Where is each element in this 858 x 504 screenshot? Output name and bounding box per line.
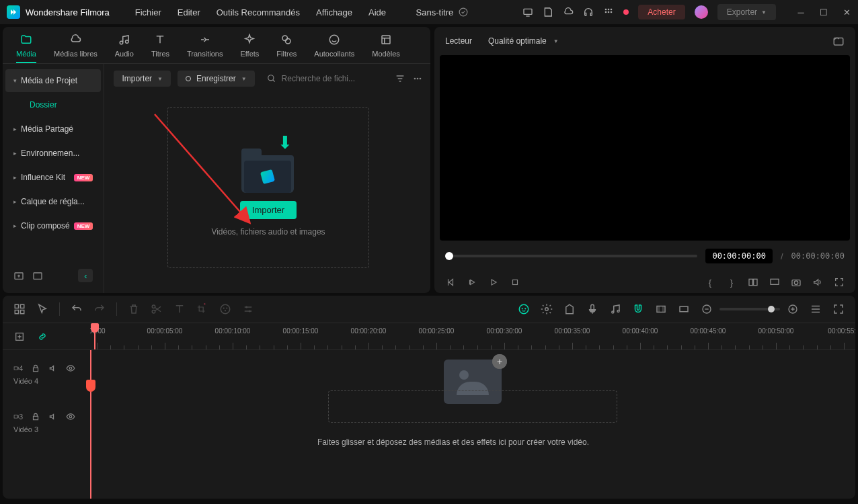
sidebar-item-folder[interactable]: Dossier — [5, 93, 101, 116]
video-track-icon[interactable]: 3 — [13, 412, 23, 421]
fullscreen-icon[interactable] — [834, 277, 845, 288]
maximize-button[interactable]: ☐ — [819, 7, 828, 17]
headphones-icon[interactable] — [583, 7, 594, 17]
zoom-slider[interactable] — [719, 308, 780, 310]
mute-icon[interactable] — [48, 364, 58, 373]
tab-titles[interactable]: Titres — [151, 34, 169, 63]
ai-icon[interactable] — [518, 303, 530, 315]
play-button[interactable] — [488, 277, 499, 288]
redo-icon[interactable] — [93, 303, 106, 315]
tab-filters[interactable]: Filtres — [276, 34, 297, 63]
more-icon[interactable] — [412, 73, 423, 84]
frame-icon[interactable] — [655, 303, 667, 315]
filter-sort-icon[interactable] — [395, 73, 405, 84]
bracket-close-icon[interactable]: } — [726, 277, 737, 288]
new-folder-icon[interactable] — [13, 270, 24, 281]
tab-stickers[interactable]: Autocollants — [314, 34, 354, 63]
device-icon[interactable] — [522, 7, 533, 17]
quality-dropdown[interactable]: Qualité optimale▼ — [488, 36, 559, 46]
sidebar-item-project-media[interactable]: ▾Média de Projet — [5, 69, 101, 92]
cloud-icon[interactable] — [563, 7, 574, 17]
menu-file[interactable]: Fichier — [135, 7, 161, 17]
player-canvas[interactable] — [440, 55, 850, 241]
sidebar-item-environment[interactable]: ▸Environnemen... — [5, 142, 101, 165]
tab-templates[interactable]: Modèles — [372, 34, 400, 63]
minimize-button[interactable]: ─ — [796, 7, 806, 17]
crop-icon[interactable]: ● — [196, 303, 208, 315]
playhead-grip[interactable] — [86, 380, 95, 392]
collapse-sidebar-button[interactable]: ‹ — [78, 269, 93, 282]
snapshot-icon[interactable] — [832, 35, 845, 47]
grid-icon[interactable] — [603, 7, 614, 17]
close-button[interactable]: ✕ — [842, 7, 851, 17]
import-drop-zone[interactable]: ⬇ Importer Vidéos, fichiers audio et ima… — [167, 107, 369, 268]
sidebar-item-adjustment[interactable]: ▸Calque de régla... — [5, 190, 101, 213]
drop-target-box[interactable] — [328, 390, 617, 423]
menu-help[interactable]: Aide — [368, 7, 386, 17]
apps-icon[interactable] — [13, 303, 26, 315]
lock-icon[interactable] — [31, 364, 40, 373]
zoom-out-button[interactable] — [701, 303, 713, 315]
tab-media[interactable]: Média — [16, 34, 36, 63]
player-seek-thumb[interactable] — [445, 252, 453, 260]
import-button[interactable]: Importer — [240, 201, 297, 219]
bracket-open-icon[interactable]: { — [705, 277, 715, 288]
playhead-line[interactable] — [90, 350, 91, 499]
stop-button[interactable] — [510, 277, 520, 288]
video-track-icon[interactable]: 4 — [13, 364, 23, 373]
cursor-icon[interactable] — [36, 303, 48, 315]
tab-stock[interactable]: Médias libres — [54, 34, 98, 63]
expand-tl-icon[interactable] — [832, 303, 845, 315]
camera-icon[interactable] — [791, 277, 802, 288]
tab-transitions[interactable]: Transitions — [187, 34, 223, 63]
menu-edit[interactable]: Editer — [178, 7, 200, 17]
magnet-icon[interactable] — [632, 303, 644, 315]
visibility-icon[interactable] — [66, 364, 75, 373]
menu-view[interactable]: Affichage — [316, 7, 352, 17]
link-icon[interactable] — [36, 331, 48, 343]
aspect-icon[interactable] — [678, 303, 690, 315]
zoom-in-button[interactable] — [787, 303, 799, 315]
sidebar-item-compound[interactable]: ▸Clip composéNEW — [5, 214, 101, 237]
gear-tl-icon[interactable] — [541, 303, 553, 315]
compare-icon[interactable] — [748, 277, 758, 288]
export-button[interactable]: Exporter▼ — [717, 4, 776, 20]
volume-icon[interactable] — [812, 277, 823, 288]
mute-icon[interactable] — [48, 412, 58, 421]
delete-icon[interactable] — [128, 303, 140, 315]
player-seek-track[interactable] — [445, 255, 697, 257]
search-input[interactable] — [282, 74, 383, 83]
color-icon[interactable] — [219, 303, 231, 315]
display-icon[interactable] — [769, 277, 780, 288]
menu-tools[interactable]: Outils Recommandés — [217, 7, 300, 17]
save-icon[interactable] — [543, 7, 553, 17]
add-media-plus-icon[interactable]: + — [492, 354, 507, 369]
add-track-icon[interactable] — [13, 331, 26, 343]
sidebar-item-influence[interactable]: ▸Influence KitNEW — [5, 166, 101, 189]
zoom-thumb[interactable] — [768, 306, 775, 312]
import-dropdown[interactable]: Importer▼ — [114, 71, 171, 87]
step-back-button[interactable] — [467, 277, 477, 288]
record-dropdown[interactable]: Enregistrer▼ — [178, 71, 255, 87]
split-icon[interactable] — [151, 303, 163, 315]
buy-button[interactable]: Acheter — [638, 5, 685, 19]
timeline-ruler[interactable]: 00:0000:00:05:0000:00:10:0000:00:15:0000… — [90, 323, 855, 349]
user-avatar[interactable] — [695, 5, 708, 19]
folder-bin-icon[interactable] — [32, 270, 43, 281]
adjust-icon[interactable] — [242, 303, 254, 315]
timeline-tracks[interactable]: + Faites glisser et déposez des médias e… — [90, 350, 855, 499]
undo-icon[interactable] — [71, 303, 83, 315]
music-tl-icon[interactable] — [609, 303, 621, 315]
text-tool-icon[interactable] — [173, 303, 186, 315]
prev-frame-button[interactable] — [445, 277, 456, 288]
sidebar-item-shared[interactable]: ▸Média Partagé — [5, 118, 101, 140]
download-arrow-icon: ⬇ — [278, 132, 292, 153]
lock-icon[interactable] — [31, 412, 40, 421]
ruler-playhead[interactable] — [94, 323, 95, 349]
mic-icon[interactable] — [586, 303, 598, 315]
tab-effects[interactable]: Effets — [240, 34, 259, 63]
marker-tl-icon[interactable] — [563, 303, 576, 315]
list-view-icon[interactable] — [810, 303, 822, 315]
visibility-icon[interactable] — [66, 412, 75, 421]
tab-audio[interactable]: Audio — [115, 34, 134, 63]
